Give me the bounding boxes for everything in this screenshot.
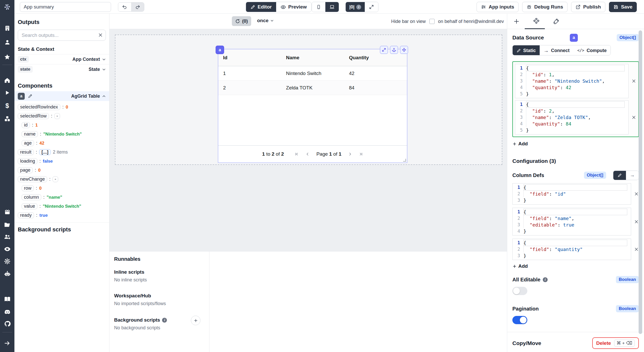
output-row[interactable]: newChange: - [18,176,106,182]
editor-tab[interactable]: Editor [246,2,276,12]
variables-dollar-icon[interactable]: $ [0,102,14,109]
refresh-button[interactable]: (0) [232,16,251,26]
delete-component-button[interactable]: Delete ⌘ + ⌫ [592,337,639,349]
schedule-dropdown[interactable]: once [257,18,274,23]
groups-users-icon[interactable] [0,233,14,240]
prev-page-icon[interactable] [306,152,310,156]
app-summary-input[interactable] [20,2,111,12]
compute-tab[interactable]: </> Compute [573,45,611,55]
user-icon[interactable] [0,39,14,46]
hide-bar-checkbox[interactable] [429,19,435,24]
folders-icon[interactable] [0,221,14,228]
ctx-row[interactable]: ctx App Context [14,54,109,64]
output-row[interactable]: name: "Nintendo Switch" [22,131,106,137]
json-editor[interactable]: 1{ 2"id": 2, 3"name": "Zelda TOTK", 4"qu… [515,100,629,135]
settings-gear-icon[interactable] [0,258,14,265]
publish-button[interactable]: Publish [571,2,605,12]
home-icon[interactable] [0,77,14,84]
anchor-component-button[interactable] [390,46,398,54]
windmill-logo[interactable] [0,0,14,14]
last-page-icon[interactable] [359,152,363,156]
edit-mode-button[interactable] [613,171,626,180]
move-component-button[interactable] [400,46,408,54]
output-row[interactable]: age: 42 [22,140,106,146]
connect-mode-button[interactable]: → [626,171,639,180]
preview-tab[interactable]: Preview [276,2,311,12]
component-header-row[interactable]: a AgGrid Table [14,91,109,101]
output-row[interactable]: selectedRowIndex: 0 [18,104,106,110]
app-inputs-button[interactable]: App inputs [477,2,519,12]
collapse-arrow-icon[interactable] [0,340,14,347]
ai-robot-icon[interactable] [0,270,14,277]
json-editor[interactable]: 1{ 2"id": 1, 3"name": "Nintendo Switch",… [515,64,629,98]
add-background-script-button[interactable] [191,316,200,325]
canvas-grid-area[interactable]: a Id Name Quantity [115,35,502,165]
output-row[interactable]: selectedRow: - [18,113,106,119]
expand-component-button[interactable] [380,46,388,54]
table-row[interactable]: 2 Zelda TOTK 84 [218,81,407,95]
output-row[interactable]: value: "Nintendo Switch" [22,203,106,209]
styling-brush-tab[interactable] [553,18,560,24]
github-icon[interactable] [0,320,14,327]
output-row[interactable]: page: 0 [18,167,106,173]
next-page-icon[interactable] [348,152,352,156]
output-row[interactable]: id: 1 [22,122,106,128]
output-row[interactable]: result: [...] 2 items [18,149,106,155]
json-editor[interactable]: 1{ 2"field": "name", 3"editable": true 4… [512,208,631,236]
column-header[interactable]: Name [281,55,344,61]
redo-button[interactable] [131,3,144,11]
remove-item-button[interactable] [634,220,639,224]
rename-component-icon[interactable] [28,94,32,98]
save-button[interactable]: Save [609,2,637,12]
active-tab-underline [525,28,545,29]
runs-play-icon[interactable] [0,90,14,96]
remove-item-button[interactable] [631,115,636,120]
aggrid-table-component[interactable]: a Id Name Quantity [218,49,407,163]
table-row[interactable]: 1 Nintendo Switch 42 [218,66,407,81]
add-data-item-button[interactable]: Add [512,141,639,147]
insert-component-tab[interactable] [513,18,520,24]
remove-item-button[interactable] [634,192,639,196]
app-canvas: (0) once Hide bar on view on behalf of h… [109,14,507,352]
json-editor[interactable]: 1{ 2"field": "quantity" 3} [512,239,631,260]
workspace-icon[interactable] [0,25,14,31]
state-key: state [18,66,33,73]
first-page-icon[interactable] [295,152,299,156]
undo-button[interactable] [118,3,131,11]
fullscreen-button[interactable] [365,2,378,12]
pagination-toggle[interactable] [512,316,527,324]
clear-search-icon[interactable] [98,33,103,37]
column-header[interactable]: Id [218,55,281,61]
output-row[interactable]: loading: false [18,158,106,164]
discord-icon[interactable] [0,308,14,315]
schedules-calendar-icon[interactable] [0,209,14,215]
state-row[interactable]: state State [14,64,109,74]
search-outputs-input[interactable] [18,30,106,41]
expand-array-button[interactable]: [...] [39,149,51,155]
outputs-bar-toggle[interactable]: |0| i [346,2,365,12]
connect-tab[interactable]: → Connect [540,45,573,55]
column-header[interactable]: Quantity [344,55,407,61]
docs-book-icon[interactable] [0,296,14,303]
add-column-def-button[interactable]: Add [512,263,639,269]
output-row[interactable]: row: 0 [22,185,106,191]
json-editor[interactable]: 1{ 2"field": "id" 3} [512,183,631,205]
remove-item-button[interactable] [631,79,636,83]
all-editable-toggle[interactable] [512,287,527,295]
debug-runs-button[interactable]: Debug Runs [522,2,567,12]
scrollbar-thumb[interactable] [639,30,642,334]
resize-handle[interactable] [403,159,406,162]
output-row[interactable]: column: "name" [22,194,106,200]
favorites-star-icon[interactable] [0,54,14,60]
chevron-up-icon [102,94,106,98]
static-tab[interactable]: Static [513,45,540,55]
mobile-view-button[interactable] [312,2,325,12]
component-settings-tab[interactable] [533,18,540,25]
remove-item-button[interactable] [634,247,639,252]
component-tag-badge[interactable]: a [216,46,224,54]
audit-eye-icon[interactable] [0,246,14,253]
resources-cubes-icon[interactable] [0,115,14,122]
device-toggle [312,2,339,12]
desktop-view-button[interactable] [325,2,339,12]
output-row[interactable]: ready: true [18,212,106,218]
